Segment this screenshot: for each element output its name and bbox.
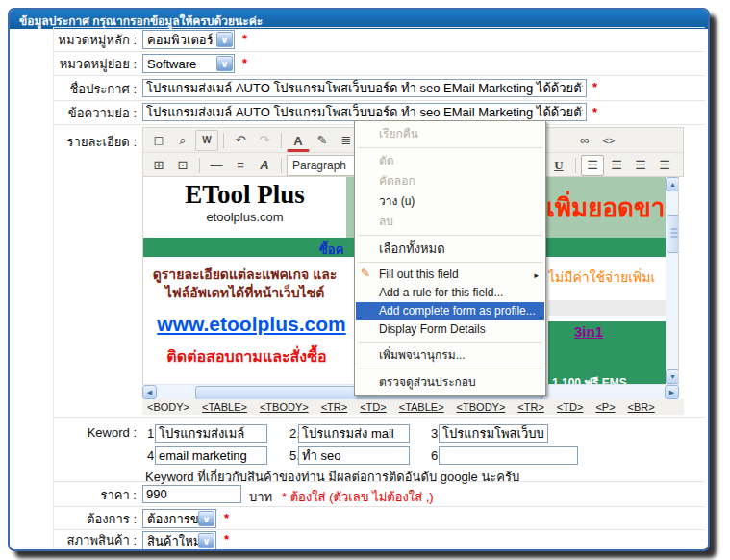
content-badge-link: 3in1 [574, 323, 603, 340]
menu-item-form-details[interactable]: Display Form Details [356, 320, 544, 339]
sub-category-select[interactable]: Software ∨ [142, 54, 235, 73]
table-properties-icon[interactable]: ⊡ [171, 155, 194, 176]
context-menu: เรียกคืน ตัด คัดลอก วาง (u) ลบ เลือกทั้ง… [354, 120, 546, 396]
tag-tr[interactable]: <TR> [517, 401, 544, 413]
row-sub-category: หมวดหมู่ย่อย : Software ∨ * [53, 51, 705, 76]
tag-body[interactable]: <BODY> [147, 401, 189, 413]
content-promo-text: 1,100 ฟรี EMS [552, 373, 627, 384]
tag-td[interactable]: <TD> [360, 401, 387, 413]
indent-icon[interactable]: ≡ [229, 155, 252, 176]
tag-p[interactable]: <P> [595, 401, 615, 413]
want-label: ต้องการ : [54, 507, 142, 530]
row-title: ชื่อประกาศ : * [53, 75, 705, 101]
price-input[interactable] [142, 485, 241, 503]
remove-format-icon[interactable]: A [253, 155, 276, 176]
content-band-text: ซื้อค [319, 240, 343, 260]
toolbar-separator [281, 133, 282, 148]
menu-item-delete: ลบ [356, 212, 544, 232]
keyword-input-4[interactable] [155, 446, 267, 465]
tag-table[interactable]: <TABLE> [202, 401, 247, 413]
content-contact: ติดต่อสอบถามและสั่งซื้อ [143, 344, 350, 369]
required-asterisk: * [592, 105, 597, 119]
keyword-input-1[interactable] [155, 424, 267, 443]
menu-separator [358, 262, 542, 263]
table-icon[interactable]: ⊞ [147, 155, 170, 176]
submenu-arrow-icon: ▸ [534, 268, 539, 283]
align-center-icon[interactable]: ☰ [605, 155, 628, 176]
fullscreen-icon[interactable]: ◻ [147, 130, 170, 151]
row-price: ราคา : บาท * ต้องใส่ (ตัวเลข ไม่ต้องใส่ … [53, 481, 705, 507]
menu-item-select-all[interactable]: เลือกทั้งหมด [356, 239, 544, 259]
toolbar-separator [281, 158, 282, 173]
chevron-down-icon[interactable]: ∨ [216, 56, 233, 71]
condition-select[interactable]: สินค้าใหม่ ∨ [142, 531, 216, 550]
menu-item-inspect[interactable]: ตรวจดูส่วนประกอบ [356, 372, 544, 393]
want-select[interactable]: ต้องการขาย ∨ [142, 509, 216, 528]
chevron-down-icon[interactable]: ∨ [198, 511, 214, 526]
row-main-category: หมวดหมู่หลัก : คอมพิวเตอร์ ∨ * [53, 27, 705, 52]
keyword-input-3[interactable] [439, 424, 548, 443]
tag-br[interactable]: <BR> [628, 401, 655, 413]
menu-separator [358, 342, 542, 343]
horizontal-rule-icon[interactable]: — [205, 155, 228, 176]
tag-tr[interactable]: <TR> [321, 401, 348, 413]
editor-tag-path: <BODY> <TABLE> <TBODY> <TR> <TD> <TABLE>… [142, 399, 684, 415]
keyword-label: Keword : [54, 418, 142, 482]
tag-tbody[interactable]: <TBODY> [260, 401, 309, 413]
scroll-right-icon[interactable]: ▶ [665, 385, 679, 399]
align-justify-icon[interactable]: ☰ [653, 155, 676, 176]
main-category-label: หมวดหมู่หลัก : [54, 28, 142, 52]
highlight-icon[interactable]: ✎ [311, 130, 334, 151]
preview-icon[interactable]: ⌕ [171, 130, 194, 151]
content-headline: เพิ่มยอดขา [546, 188, 666, 227]
undo-icon[interactable]: ↶ [229, 130, 252, 151]
chevron-down-icon[interactable]: ∨ [198, 533, 214, 548]
underline-icon[interactable]: U [547, 155, 570, 176]
toolbar-separator [575, 158, 576, 173]
align-left-icon[interactable]: ☰ [581, 155, 604, 176]
editor-vertical-scrollbar[interactable]: ▲ ▼ [666, 177, 679, 384]
content-gray-strip [548, 300, 666, 316]
title-label: ชื่อประกาศ : [54, 76, 142, 101]
price-unit: บาท [249, 487, 272, 507]
menu-separator [358, 369, 542, 369]
tag-table[interactable]: <TABLE> [399, 401, 444, 413]
link-icon[interactable]: ∞ [573, 130, 596, 151]
row-keywords: Keword : 1. 2. 3. 4. 5. 6. Keyword ที่เก… [53, 417, 705, 482]
menu-item-fill-field[interactable]: ✎ Fill out this field ▸ [356, 266, 544, 284]
title-input[interactable] [142, 79, 587, 97]
redo-icon[interactable]: ↷ [253, 130, 276, 151]
tag-td[interactable]: <TD> [557, 401, 584, 413]
summary-label: ข้อความย่อ : [54, 101, 142, 125]
keyword-input-5[interactable] [298, 446, 410, 465]
align-right-icon[interactable]: ☰ [629, 155, 652, 176]
logo-domain: etoolplus.com [143, 210, 346, 224]
tag-tbody[interactable]: <TBODY> [457, 401, 506, 413]
menu-item-add-profile[interactable]: Add complete form as profile... [356, 302, 544, 320]
menu-item-add-rule[interactable]: Add a rule for this field... [356, 284, 544, 302]
scroll-left-icon[interactable]: ◀ [142, 385, 157, 399]
summary-input[interactable] [142, 103, 587, 121]
toolbar-separator [223, 133, 224, 148]
scroll-up-icon[interactable]: ▲ [666, 177, 679, 191]
scroll-down-icon[interactable]: ▼ [666, 369, 679, 384]
vertical-scroll-thumb[interactable] [667, 215, 679, 253]
menu-item-paste[interactable]: วาง (u) [356, 191, 544, 212]
menu-separator [358, 235, 542, 236]
required-asterisk: * [224, 511, 229, 525]
dialog-title: ข้อมูลประกาศ กรุณากรอกข้อมูลให้ครบด้วยนะ… [19, 14, 263, 28]
keyword-input-6[interactable] [439, 446, 578, 465]
main-category-select[interactable]: คอมพิวเตอร์ ∨ [142, 30, 235, 49]
chevron-down-icon[interactable]: ∨ [216, 32, 233, 47]
dialog-titlebar: ข้อมูลประกาศ กรุณากรอกข้อมูลให้ครบด้วยนะ… [10, 10, 708, 29]
source-code-icon[interactable]: <> [597, 130, 620, 151]
menu-item-add-dictionary[interactable]: เพิ่มพจนานุกรม... [356, 345, 544, 366]
required-asterisk: * [242, 56, 247, 70]
required-asterisk: * [592, 80, 597, 94]
content-orange-note: ไม่มีค่าใช้จ่ายเพิ่มเ [548, 267, 666, 288]
paste-word-icon[interactable]: W [195, 130, 218, 151]
post-form-dialog: ข้อมูลประกาศ กรุณากรอกข้อมูลให้ครบด้วยนะ… [8, 8, 710, 551]
text-color-icon[interactable]: A [287, 132, 310, 152]
row-condition: สภาพสินค้า : สินค้าใหม่ ∨ * [53, 529, 705, 551]
keyword-input-2[interactable] [298, 424, 410, 443]
